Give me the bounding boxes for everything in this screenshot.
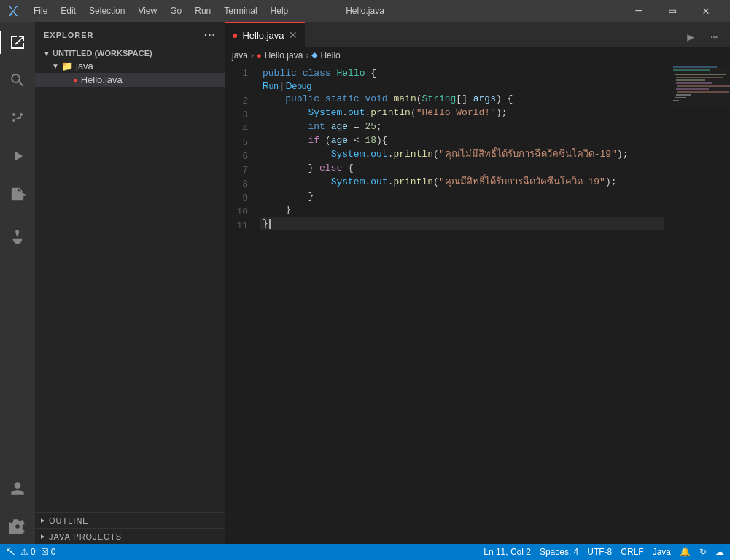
maximize-button[interactable]: ▭ — [656, 0, 689, 22]
status-bar: ⛏ ⚠ 0 ☒ 0 Ln 11, Col 2 Spaces: 4 UTF-8 C… — [0, 544, 730, 560]
code-line-10: } — [260, 203, 664, 217]
menu-file[interactable]: File — [28, 4, 53, 18]
code-line-2: public static void main(String[] args) { — [260, 92, 664, 106]
java-projects-arrow: ▸ — [41, 532, 46, 541]
java-file-icon: ● — [73, 76, 78, 85]
java-projects-header[interactable]: ▸ JAVA PROJECTS — [35, 529, 225, 544]
sidebar: Explorer ⋯ ▼ UNTITLED (WORKSPACE) ▼ 📁 ja… — [35, 22, 225, 544]
warning-icon: ☒ — [41, 547, 49, 557]
minimap — [672, 63, 730, 544]
remote-icon: ☁ — [715, 547, 724, 557]
menu-help[interactable]: Help — [265, 4, 295, 18]
code-line-9: } — [260, 189, 664, 203]
breadcrumb-java[interactable]: java — [232, 50, 248, 61]
l2-indent — [263, 92, 285, 106]
editor-actions: ▶ ⋯ — [680, 27, 730, 47]
error-icon: ⚠ — [20, 547, 28, 557]
outline-arrow: ▸ — [41, 516, 46, 525]
workspace-root[interactable]: ▼ UNTITLED (WORKSPACE) — [35, 47, 225, 59]
breadcrumb-java-icon: ● — [257, 51, 262, 60]
file-label: Hello.java — [81, 74, 123, 85]
code-line-6: System.out.println("คุณไม่มีสิทธิ์ได้รับ… — [260, 147, 664, 161]
extensions-activity-icon[interactable] — [0, 176, 35, 211]
status-language[interactable]: Java — [653, 547, 671, 557]
status-branch[interactable]: ⛏ — [6, 547, 15, 557]
menu-selection[interactable]: Selection — [83, 4, 131, 18]
status-spaces[interactable]: Spaces: 4 — [540, 547, 578, 557]
warning-count: 0 — [51, 547, 56, 557]
status-right: Ln 11, Col 2 Spaces: 4 UTF-8 CRLF Java 🔔… — [484, 547, 724, 557]
menu-run[interactable]: Run — [189, 4, 217, 18]
code-line-1: public class Hello { — [260, 66, 664, 80]
encoding-label: UTF-8 — [587, 547, 612, 557]
status-notification[interactable]: 🔔 — [680, 547, 691, 557]
more-actions-button[interactable]: ⋯ — [704, 27, 724, 47]
source-control-activity-icon[interactable] — [0, 101, 35, 136]
outline-label: OUTLINE — [49, 516, 89, 525]
branch-icon: ⛏ — [6, 547, 15, 557]
java-projects-label: JAVA PROJECTS — [49, 532, 122, 541]
run-link[interactable]: Run — [263, 79, 279, 93]
code-editor[interactable]: 1 2 3 4 5 6 7 8 9 10 11 public class Hel… — [225, 63, 730, 544]
status-position[interactable]: Ln 11, Col 2 — [484, 547, 531, 557]
language-label: Java — [653, 547, 671, 557]
app-icon — [7, 5, 19, 17]
editor-tab-hello-java[interactable]: ● Hello.java ✕ — [225, 22, 305, 47]
window-controls: — ▭ ✕ — [622, 0, 723, 22]
run-debug-sep: | — [279, 79, 286, 93]
folder-icon: 📁 — [61, 61, 73, 71]
search-activity-icon[interactable] — [0, 63, 35, 98]
code-line-4: int age = 25; — [260, 120, 664, 133]
workspace-expand-arrow: ▼ — [41, 50, 53, 58]
code-line-11: } — [260, 217, 664, 230]
position-label: Ln 11, Col 2 — [484, 547, 531, 557]
folder-expand-arrow: ▼ — [50, 62, 61, 70]
menu-terminal[interactable]: Terminal — [218, 4, 263, 18]
menu-go[interactable]: Go — [164, 4, 187, 18]
run-action-button[interactable]: ▶ — [680, 27, 701, 47]
breadcrumb-class[interactable]: Hello — [320, 50, 340, 61]
file-hello-java[interactable]: ▸ ● Hello.java — [35, 73, 225, 87]
cursor — [269, 219, 271, 229]
outline-section: ▸ OUTLINE — [35, 512, 225, 528]
status-remote[interactable]: ☁ — [715, 547, 724, 557]
code-line-3: System.out.println("Hello World!"); — [260, 106, 664, 120]
outline-header[interactable]: ▸ OUTLINE — [35, 513, 225, 528]
workspace-label: UNTITLED (WORKSPACE) — [53, 49, 152, 58]
title-bar: File Edit Selection View Go Run Terminal… — [0, 0, 730, 22]
account-activity-icon[interactable] — [0, 471, 35, 506]
explorer-activity-icon[interactable] — [0, 25, 35, 60]
settings-activity-icon[interactable] — [0, 509, 35, 544]
line-numbers: 1 2 3 4 5 6 7 8 9 10 11 — [225, 63, 260, 544]
folder-java[interactable]: ▼ 📁 java — [35, 59, 225, 73]
menu-bar: File Edit Selection View Go Run Terminal… — [28, 4, 616, 18]
kw-public: public — [263, 66, 297, 80]
status-encoding[interactable]: UTF-8 — [587, 547, 612, 557]
notification-icon: 🔔 — [680, 547, 691, 557]
tab-close-button[interactable]: ✕ — [289, 29, 298, 41]
java-projects-section: ▸ JAVA PROJECTS — [35, 528, 225, 544]
run-debug-activity-icon[interactable] — [0, 139, 35, 174]
breadcrumb-sep1: › — [251, 50, 254, 61]
main-layout: Explorer ⋯ ▼ UNTITLED (WORKSPACE) ▼ 📁 ja… — [0, 22, 730, 544]
eol-label: CRLF — [621, 547, 643, 557]
window-title: Hello.java — [346, 6, 384, 16]
type-hello: Hello — [336, 66, 365, 80]
status-sync[interactable]: ↻ — [699, 547, 707, 557]
menu-view[interactable]: View — [132, 4, 163, 18]
editor-area: ● Hello.java ✕ ▶ ⋯ java › ● Hello.java ›… — [225, 22, 730, 544]
sidebar-more-button[interactable]: ⋯ — [203, 28, 216, 42]
status-errors[interactable]: ⚠ 0 ☒ 0 — [20, 547, 55, 557]
test-activity-icon[interactable] — [0, 220, 35, 255]
menu-edit[interactable]: Edit — [55, 4, 82, 18]
tab-modified-dot: ● — [232, 29, 238, 41]
punct-brace1: { — [365, 66, 376, 80]
code-line-5: if (age < 18){ — [260, 133, 664, 147]
close-button[interactable]: ✕ — [689, 0, 723, 22]
sidebar-bottom: ▸ OUTLINE ▸ JAVA PROJECTS — [35, 512, 225, 544]
minimize-button[interactable]: — — [622, 0, 656, 22]
status-eol[interactable]: CRLF — [621, 547, 643, 557]
debug-link[interactable]: Debug — [286, 79, 311, 93]
breadcrumb-file[interactable]: Hello.java — [265, 50, 303, 61]
code-content[interactable]: public class Hello { Run | Debug public … — [260, 63, 730, 544]
